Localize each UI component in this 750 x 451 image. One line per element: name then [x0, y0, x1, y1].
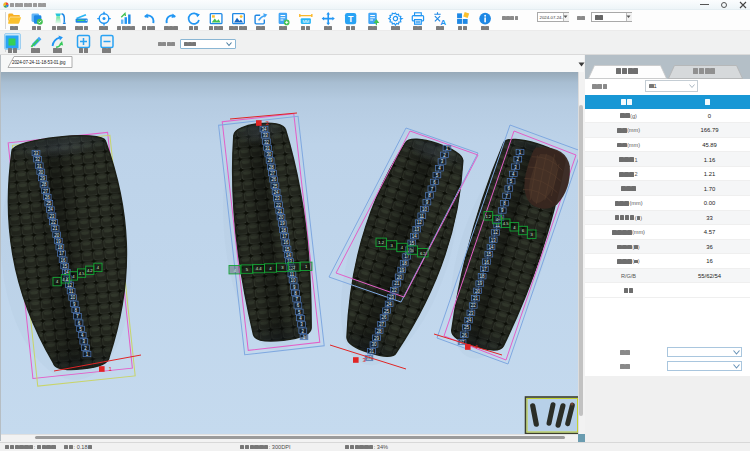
svg-text:1.2: 1.2 [378, 240, 384, 245]
svg-text:27: 27 [43, 189, 49, 194]
svg-text:4.4: 4.4 [62, 277, 68, 282]
svg-text:28: 28 [269, 165, 275, 170]
svg-text:23: 23 [468, 311, 474, 316]
svg-text:23: 23 [49, 214, 55, 219]
svg-text:1: 1 [109, 366, 113, 372]
svg-text:14: 14 [488, 245, 494, 250]
svg-text:29: 29 [374, 336, 380, 341]
svg-text:15: 15 [62, 264, 68, 269]
svg-text:24: 24 [274, 190, 280, 195]
svg-text:17: 17 [404, 254, 410, 259]
svg-text:17: 17 [482, 267, 488, 272]
svg-text:31: 31 [37, 164, 43, 169]
svg-text:22: 22 [276, 203, 282, 208]
svg-text:15: 15 [284, 247, 290, 252]
svg-text:20: 20 [278, 215, 284, 220]
svg-text:12: 12 [493, 230, 499, 235]
svg-text:17: 17 [282, 234, 288, 239]
svg-text:21: 21 [473, 296, 479, 301]
svg-text:16: 16 [484, 260, 490, 265]
svg-text:12: 12 [67, 283, 73, 288]
svg-text:12: 12 [417, 220, 423, 225]
svg-text:21: 21 [277, 209, 283, 214]
svg-text:21: 21 [394, 281, 400, 286]
svg-text:10: 10 [422, 207, 428, 212]
svg-text:16: 16 [61, 258, 67, 263]
svg-text:28: 28 [377, 329, 383, 334]
svg-text:4.2: 4.2 [87, 268, 93, 273]
svg-text:26: 26 [271, 177, 277, 182]
svg-text:29: 29 [40, 176, 46, 181]
svg-text:18: 18 [57, 245, 63, 250]
svg-text:20: 20 [54, 233, 60, 238]
svg-text:26: 26 [382, 315, 388, 320]
svg-text:6.2: 6.2 [420, 251, 426, 256]
svg-text:22: 22 [392, 288, 398, 293]
svg-text:26: 26 [45, 195, 51, 200]
svg-text:11: 11 [419, 214, 424, 219]
svg-text:26: 26 [462, 333, 468, 338]
svg-text:32: 32 [264, 140, 270, 145]
svg-text:15: 15 [486, 252, 492, 257]
svg-text:4.4: 4.4 [256, 266, 262, 271]
svg-text:31: 31 [369, 349, 375, 354]
svg-text:4.5: 4.5 [79, 271, 85, 276]
svg-text:14: 14 [286, 253, 292, 258]
svg-text:10: 10 [70, 295, 76, 300]
svg-text:18: 18 [402, 261, 408, 266]
svg-text:17: 17 [59, 251, 65, 256]
svg-text:16: 16 [283, 240, 289, 245]
svg-text:23: 23 [275, 196, 281, 201]
svg-text:30: 30 [266, 152, 272, 157]
svg-text:30: 30 [371, 342, 377, 347]
svg-text:28: 28 [41, 182, 47, 187]
svg-text:20: 20 [475, 289, 481, 294]
svg-text:25: 25 [464, 325, 470, 330]
svg-text:MM: MM [302, 19, 309, 24]
svg-text:32: 32 [35, 157, 41, 162]
svg-text:33: 33 [33, 151, 39, 156]
svg-text:31: 31 [265, 146, 271, 151]
svg-text:T: T [348, 14, 354, 24]
svg-text:24: 24 [387, 302, 393, 307]
svg-text:24: 24 [466, 318, 472, 323]
svg-text:20: 20 [397, 275, 403, 280]
svg-text:14: 14 [412, 234, 418, 239]
svg-text:19: 19 [477, 281, 483, 286]
svg-text:23: 23 [389, 295, 395, 300]
svg-text:19: 19 [56, 239, 62, 244]
svg-text:11: 11 [290, 272, 295, 277]
svg-text:13: 13 [414, 227, 420, 232]
svg-text:19: 19 [280, 221, 286, 226]
svg-text:27: 27 [379, 322, 385, 327]
svg-text:13: 13 [491, 238, 497, 243]
svg-text:29: 29 [268, 158, 274, 163]
svg-text:19: 19 [399, 268, 405, 273]
svg-text:18: 18 [480, 274, 486, 279]
svg-text:24: 24 [48, 207, 54, 212]
svg-text:33: 33 [263, 133, 269, 138]
svg-text:15: 15 [409, 241, 415, 246]
svg-text:25: 25 [384, 309, 390, 314]
svg-text:22: 22 [471, 303, 477, 308]
svg-text:25: 25 [46, 201, 52, 206]
svg-text:27: 27 [270, 171, 276, 176]
svg-text:22: 22 [51, 220, 57, 225]
svg-text:11: 11 [69, 289, 74, 294]
svg-text:18: 18 [281, 228, 287, 233]
svg-text:1.2: 1.2 [485, 214, 491, 219]
svg-text:4.5: 4.5 [503, 221, 509, 226]
svg-text:21: 21 [53, 226, 59, 231]
svg-text:34: 34 [261, 127, 267, 132]
svg-text:25: 25 [272, 184, 278, 189]
svg-text:10: 10 [291, 278, 297, 283]
svg-text:30: 30 [38, 170, 44, 175]
